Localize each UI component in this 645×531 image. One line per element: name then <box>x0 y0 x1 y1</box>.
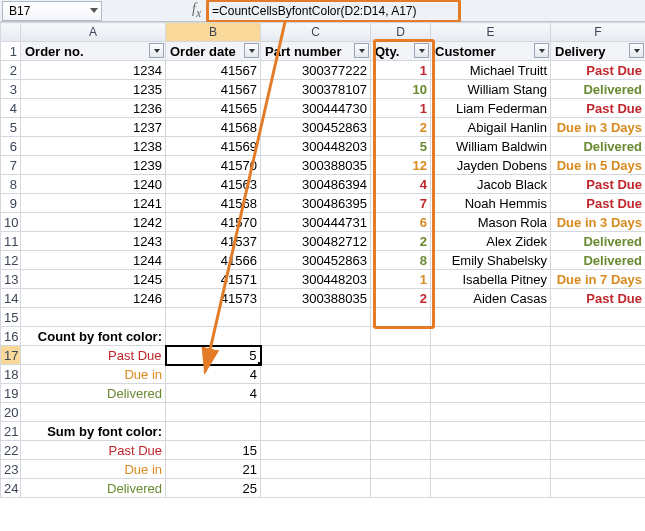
cell[interactable]: Delivered <box>21 479 166 498</box>
cell-delivery[interactable]: Past Due <box>551 175 646 194</box>
row-header[interactable]: 17 <box>1 346 21 365</box>
select-all-corner[interactable] <box>1 23 21 42</box>
cell-qty[interactable]: 7 <box>371 194 431 213</box>
cell-date[interactable]: 41569 <box>166 137 261 156</box>
cell-part[interactable]: 300448203 <box>261 137 371 156</box>
cell[interactable]: 25 <box>166 479 261 498</box>
cell-qty[interactable]: 1 <box>371 99 431 118</box>
cell-order[interactable]: 1239 <box>21 156 166 175</box>
col-header-B[interactable]: B <box>166 23 261 42</box>
cell-order[interactable]: 1245 <box>21 270 166 289</box>
col-header-A[interactable]: A <box>21 23 166 42</box>
cell-qty[interactable]: 6 <box>371 213 431 232</box>
cell-part[interactable]: 300486394 <box>261 175 371 194</box>
filter-button[interactable] <box>629 43 644 58</box>
cell-part[interactable]: 300452863 <box>261 118 371 137</box>
cell-customer[interactable]: Aiden Casas <box>431 289 551 308</box>
cell-qty[interactable]: 5 <box>371 137 431 156</box>
row-header[interactable]: 15 <box>1 308 21 327</box>
cell-customer[interactable]: William Stang <box>431 80 551 99</box>
cell-part[interactable]: 300388035 <box>261 156 371 175</box>
cell-date[interactable]: 41565 <box>166 99 261 118</box>
row-header[interactable]: 22 <box>1 441 21 460</box>
cell-qty[interactable]: 2 <box>371 289 431 308</box>
row-header[interactable]: 4 <box>1 99 21 118</box>
section-title[interactable]: Sum by font color: <box>21 422 166 441</box>
cell-customer[interactable]: Emily Shabelsky <box>431 251 551 270</box>
row-header[interactable]: 14 <box>1 289 21 308</box>
cell-qty[interactable]: 10 <box>371 80 431 99</box>
row-header[interactable]: 8 <box>1 175 21 194</box>
cell-part[interactable]: 300388035 <box>261 289 371 308</box>
cell-customer[interactable]: Noah Hemmis <box>431 194 551 213</box>
cell-customer[interactable]: Isabella Pitney <box>431 270 551 289</box>
cell-delivery[interactable]: Delivered <box>551 232 646 251</box>
th-customer[interactable]: Customer <box>431 42 551 61</box>
row-header[interactable]: 18 <box>1 365 21 384</box>
cell-customer[interactable]: Jayden Dobens <box>431 156 551 175</box>
cell-customer[interactable]: William Baldwin <box>431 137 551 156</box>
cell-delivery[interactable]: Past Due <box>551 194 646 213</box>
cell-part[interactable]: 300486395 <box>261 194 371 213</box>
cell-qty[interactable]: 4 <box>371 175 431 194</box>
cell-customer[interactable]: Jacob Black <box>431 175 551 194</box>
cell-date[interactable]: 41567 <box>166 61 261 80</box>
cell-delivery[interactable]: Past Due <box>551 289 646 308</box>
filter-button[interactable] <box>244 43 259 58</box>
row-header[interactable]: 6 <box>1 137 21 156</box>
cell-order[interactable]: 1241 <box>21 194 166 213</box>
cell-delivery[interactable]: Delivered <box>551 251 646 270</box>
cell[interactable]: 21 <box>166 460 261 479</box>
cell-qty[interactable]: 12 <box>371 156 431 175</box>
cell-order[interactable]: 1246 <box>21 289 166 308</box>
cell-date[interactable]: 41570 <box>166 213 261 232</box>
cell-date[interactable]: 41563 <box>166 175 261 194</box>
row-header[interactable]: 2 <box>1 61 21 80</box>
cell-order[interactable]: 1244 <box>21 251 166 270</box>
cell-delivery[interactable]: Due in 5 Days <box>551 156 646 175</box>
cell[interactable]: 4 <box>166 384 261 403</box>
cell-part[interactable]: 300378107 <box>261 80 371 99</box>
name-box[interactable]: B17 <box>2 1 102 21</box>
row-header[interactable]: 19 <box>1 384 21 403</box>
th-qty[interactable]: Qty. <box>371 42 431 61</box>
cell-part[interactable]: 300444731 <box>261 213 371 232</box>
cell[interactable]: Due in <box>21 365 166 384</box>
th-order-date[interactable]: Order date <box>166 42 261 61</box>
cell-delivery[interactable]: Due in 7 Days <box>551 270 646 289</box>
cell-date[interactable]: 41537 <box>166 232 261 251</box>
col-header-E[interactable]: E <box>431 23 551 42</box>
th-order-no[interactable]: Order no. <box>21 42 166 61</box>
cell-part[interactable]: 300444730 <box>261 99 371 118</box>
cell-qty[interactable]: 8 <box>371 251 431 270</box>
col-header-F[interactable]: F <box>551 23 646 42</box>
section-title[interactable]: Count by font color: <box>21 327 166 346</box>
row-header[interactable]: 10 <box>1 213 21 232</box>
cell-customer[interactable]: Michael Truitt <box>431 61 551 80</box>
row-header[interactable]: 3 <box>1 80 21 99</box>
cell[interactable]: Due in <box>21 460 166 479</box>
chevron-down-icon[interactable] <box>90 8 98 13</box>
selected-cell[interactable]: 5 <box>166 346 261 365</box>
cell-customer[interactable]: Mason Rola <box>431 213 551 232</box>
row-header[interactable]: 24 <box>1 479 21 498</box>
cell-order[interactable]: 1242 <box>21 213 166 232</box>
row-header[interactable]: 5 <box>1 118 21 137</box>
cell-part[interactable]: 300452863 <box>261 251 371 270</box>
row-header[interactable]: 7 <box>1 156 21 175</box>
cell-order[interactable]: 1236 <box>21 99 166 118</box>
row-header[interactable]: 23 <box>1 460 21 479</box>
col-header-C[interactable]: C <box>261 23 371 42</box>
cell-qty[interactable]: 2 <box>371 232 431 251</box>
col-header-D[interactable]: D <box>371 23 431 42</box>
cell-order[interactable]: 1235 <box>21 80 166 99</box>
cell-qty[interactable]: 1 <box>371 270 431 289</box>
th-part-number[interactable]: Part number <box>261 42 371 61</box>
cell-date[interactable]: 41567 <box>166 80 261 99</box>
cell-qty[interactable]: 1 <box>371 61 431 80</box>
fx-icon[interactable]: fx <box>192 1 201 20</box>
cell[interactable]: Past Due <box>21 346 166 365</box>
cell[interactable]: Delivered <box>21 384 166 403</box>
cell-order[interactable]: 1234 <box>21 61 166 80</box>
cell-date[interactable]: 41568 <box>166 118 261 137</box>
